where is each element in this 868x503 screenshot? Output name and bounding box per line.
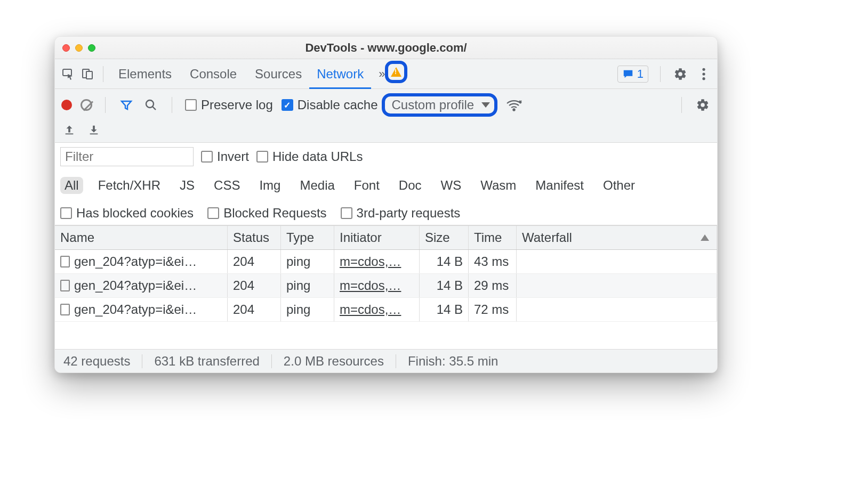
issues-badge[interactable]: 1	[617, 66, 648, 83]
tab-sources[interactable]: Sources	[247, 59, 309, 89]
svg-rect-2	[86, 71, 92, 79]
svg-rect-9	[90, 133, 98, 134]
settings-icon[interactable]	[672, 66, 688, 82]
separator	[103, 66, 103, 82]
window-title: DevTools - www.google.com/	[55, 41, 717, 55]
cell-initiator[interactable]: m=cdos,…	[340, 278, 401, 293]
warning-indicator[interactable]	[385, 61, 407, 83]
cell-name: gen_204?atyp=i&ei…	[74, 302, 197, 317]
network-toolbar: Preserve log Disable cache Custom profil…	[55, 89, 717, 143]
type-filter-row: All Fetch/XHR JS CSS Img Media Font Doc …	[60, 174, 712, 194]
type-filter-ws[interactable]: WS	[437, 177, 466, 194]
blocked-requests-checkbox[interactable]: Blocked Requests	[207, 206, 326, 221]
cell-time: 29 ms	[469, 274, 517, 297]
type-filter-all[interactable]: All	[60, 177, 83, 194]
cell-size: 14 B	[420, 298, 469, 321]
tab-label: Elements	[118, 67, 172, 82]
checkbox-icon	[201, 151, 213, 163]
cell-time: 43 ms	[469, 250, 517, 273]
main-tabs: Elements Console Sources Network » 1	[55, 59, 717, 89]
svg-point-6	[146, 100, 154, 108]
type-filter-other[interactable]: Other	[599, 177, 639, 194]
type-filter-img[interactable]: Img	[255, 177, 285, 194]
network-conditions-icon[interactable]	[506, 97, 522, 113]
tabs-right-cluster: 1	[617, 66, 712, 83]
col-type[interactable]: Type	[281, 226, 334, 249]
type-filter-fetch[interactable]: Fetch/XHR	[94, 177, 165, 194]
type-filter-wasm[interactable]: Wasm	[476, 177, 520, 194]
separator	[172, 97, 172, 113]
cell-status: 204	[228, 298, 281, 321]
devtools-window: DevTools - www.google.com/ Elements Cons…	[54, 36, 718, 373]
preserve-log-checkbox[interactable]: Preserve log	[185, 98, 273, 112]
invert-label: Invert	[217, 149, 249, 164]
tab-console[interactable]: Console	[182, 59, 244, 89]
invert-checkbox[interactable]: Invert	[201, 149, 249, 164]
tab-network[interactable]: Network	[309, 59, 371, 89]
col-name[interactable]: Name	[55, 226, 228, 249]
separator	[396, 354, 396, 368]
minimize-window-button[interactable]	[75, 44, 83, 52]
issues-count: 1	[637, 67, 644, 81]
cell-waterfall	[517, 298, 717, 321]
throttling-select[interactable]: Custom profile	[382, 93, 497, 117]
extra-filters-row: Has blocked cookies Blocked Requests 3rd…	[60, 201, 712, 221]
table-row[interactable]: gen_204?atyp=i&ei… 204 ping m=cdos,… 14 …	[55, 250, 717, 274]
svg-point-7	[513, 109, 515, 110]
status-requests: 42 requests	[63, 354, 130, 369]
search-icon[interactable]	[143, 97, 159, 113]
filter-toggle-icon[interactable]	[118, 97, 134, 113]
cell-waterfall	[517, 274, 717, 297]
third-party-checkbox[interactable]: 3rd-party requests	[341, 206, 461, 221]
checkbox-icon	[341, 207, 352, 219]
col-initiator[interactable]: Initiator	[334, 226, 420, 249]
requests-table: Name Status Type Initiator Size Time Wat…	[55, 225, 717, 349]
type-filter-manifest[interactable]: Manifest	[531, 177, 588, 194]
status-bar: 42 requests 631 kB transferred 2.0 MB re…	[55, 349, 717, 372]
tab-elements[interactable]: Elements	[111, 59, 179, 89]
tab-label: Sources	[255, 67, 302, 82]
filter-input[interactable]	[60, 147, 194, 166]
svg-point-3	[702, 68, 705, 70]
device-toolbar-icon[interactable]	[79, 66, 95, 82]
type-filter-doc[interactable]: Doc	[395, 177, 426, 194]
cell-initiator[interactable]: m=cdos,…	[340, 254, 401, 269]
record-button[interactable]	[61, 100, 72, 110]
document-icon	[60, 256, 70, 267]
zoom-window-button[interactable]	[88, 44, 95, 52]
col-size[interactable]: Size	[420, 226, 469, 249]
separator	[681, 97, 682, 113]
document-icon	[60, 280, 70, 291]
third-party-label: 3rd-party requests	[357, 206, 461, 221]
clear-button[interactable]	[81, 99, 92, 111]
col-waterfall-label: Waterfall	[522, 230, 572, 245]
download-har-icon[interactable]	[86, 122, 102, 138]
cell-initiator[interactable]: m=cdos,…	[340, 302, 401, 317]
upload-har-icon[interactable]	[61, 122, 77, 138]
cell-size: 14 B	[420, 274, 469, 297]
close-window-button[interactable]	[62, 44, 70, 52]
col-waterfall[interactable]: Waterfall	[517, 226, 717, 249]
cell-type: ping	[281, 250, 334, 273]
cell-type: ping	[281, 274, 334, 297]
more-menu-icon[interactable]	[696, 66, 712, 82]
cell-status: 204	[228, 274, 281, 297]
type-filter-js[interactable]: JS	[175, 177, 199, 194]
cell-type: ping	[281, 298, 334, 321]
col-time[interactable]: Time	[469, 226, 517, 249]
type-filter-media[interactable]: Media	[295, 177, 339, 194]
table-row[interactable]: gen_204?atyp=i&ei… 204 ping m=cdos,… 14 …	[55, 298, 717, 322]
window-controls	[62, 44, 95, 52]
type-filter-font[interactable]: Font	[350, 177, 384, 194]
inspect-element-icon[interactable]	[60, 66, 76, 82]
disable-cache-checkbox[interactable]: Disable cache	[282, 98, 378, 112]
checkbox-icon	[185, 99, 197, 111]
type-filter-css[interactable]: CSS	[210, 177, 244, 194]
col-status[interactable]: Status	[228, 226, 281, 249]
chevron-down-icon	[481, 102, 490, 108]
has-blocked-cookies-checkbox[interactable]: Has blocked cookies	[60, 206, 194, 221]
table-row[interactable]: gen_204?atyp=i&ei… 204 ping m=cdos,… 14 …	[55, 274, 717, 298]
network-settings-icon[interactable]	[695, 97, 711, 113]
hide-data-urls-checkbox[interactable]: Hide data URLs	[256, 149, 363, 164]
tab-label: Console	[190, 67, 237, 82]
